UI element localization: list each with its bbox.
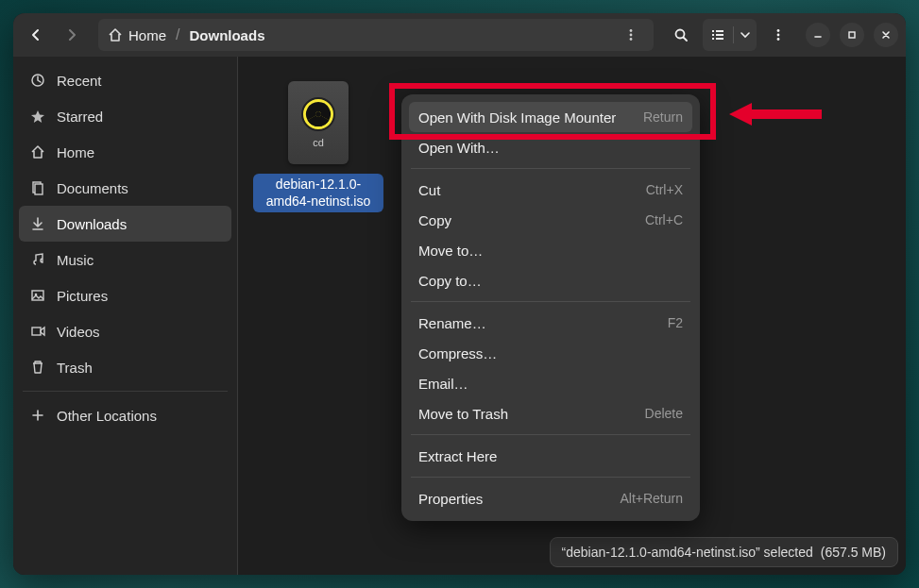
window-controls xyxy=(806,23,898,47)
svg-point-2 xyxy=(630,38,633,41)
sidebar-item-home[interactable]: Home xyxy=(19,134,231,170)
path-current[interactable]: Downloads xyxy=(189,27,264,43)
svg-rect-5 xyxy=(712,30,714,32)
file-thumbnail: cd xyxy=(288,81,349,164)
context-menu-item[interactable]: Copy to… xyxy=(409,265,692,295)
close-button[interactable] xyxy=(874,23,898,47)
disc-image-icon xyxy=(301,97,335,131)
home-icon xyxy=(30,144,45,160)
sidebar-item-label: Home xyxy=(57,144,94,160)
svg-point-0 xyxy=(630,29,633,32)
sidebar-item-label: Recent xyxy=(57,73,102,89)
sidebar-item-other-locations[interactable]: Other Locations xyxy=(19,397,231,433)
recent-icon xyxy=(30,73,45,88)
svg-rect-6 xyxy=(716,30,723,32)
sidebar-item-starred[interactable]: Starred xyxy=(19,98,231,134)
path-menu-button[interactable] xyxy=(618,22,644,48)
context-menu-accel: Alt+Return xyxy=(620,491,683,506)
hamburger-menu-button[interactable] xyxy=(762,19,794,51)
context-menu-item[interactable]: Email… xyxy=(409,368,692,398)
context-menu-item[interactable]: Open With Disk Image MounterReturn xyxy=(409,102,692,132)
starred-icon xyxy=(30,109,45,124)
context-menu-label: Cut xyxy=(418,182,440,198)
trash-icon xyxy=(30,360,45,375)
context-menu-label: Email… xyxy=(418,376,468,392)
arrow-right-icon xyxy=(64,27,79,42)
maximize-icon xyxy=(846,29,858,41)
minimize-button[interactable] xyxy=(806,23,830,47)
sidebar-item-music[interactable]: Music xyxy=(19,242,231,277)
context-menu-item[interactable]: CutCtrl+X xyxy=(409,175,692,205)
list-icon xyxy=(710,27,725,42)
path-current-label: Downloads xyxy=(189,27,264,43)
sidebar-item-label: Downloads xyxy=(57,216,127,232)
svg-rect-15 xyxy=(849,32,855,38)
context-menu: Open With Disk Image MounterReturnOpen W… xyxy=(401,94,700,521)
context-menu-item[interactable]: CopyCtrl+C xyxy=(409,205,692,235)
context-menu-accel: Delete xyxy=(645,406,683,421)
sidebar-item-downloads[interactable]: Downloads xyxy=(19,206,231,242)
svg-point-1 xyxy=(630,34,633,37)
svg-rect-19 xyxy=(32,291,43,300)
sidebar-item-label: Trash xyxy=(57,360,93,376)
status-bar: “debian-12.1.0-amd64-netinst.iso” select… xyxy=(550,537,898,567)
file-item[interactable]: cd debian-12.1.0-amd64-netinst.iso xyxy=(253,81,383,212)
status-size: (657.5 MB) xyxy=(821,545,886,560)
list-view-button[interactable] xyxy=(703,20,733,50)
sidebar-separator xyxy=(23,391,228,392)
context-menu-item[interactable]: Rename…F2 xyxy=(409,308,692,338)
context-menu-label: Rename… xyxy=(418,315,486,331)
videos-icon xyxy=(30,324,45,339)
minimize-icon xyxy=(812,29,824,41)
context-menu-label: Move to… xyxy=(418,243,483,259)
sidebar-item-label: Other Locations xyxy=(57,408,157,424)
context-menu-item[interactable]: PropertiesAlt+Return xyxy=(409,483,692,513)
context-menu-accel: Ctrl+C xyxy=(645,212,683,227)
forward-button[interactable] xyxy=(57,20,87,50)
kebab-icon xyxy=(624,28,638,42)
context-menu-label: Move to Trash xyxy=(418,406,508,422)
context-menu-item[interactable]: Move to… xyxy=(409,235,692,265)
arrow-left-icon xyxy=(28,27,43,42)
path-home[interactable]: Home xyxy=(108,27,166,43)
svg-rect-18 xyxy=(35,184,43,194)
svg-point-12 xyxy=(777,34,780,37)
documents-icon xyxy=(30,180,45,195)
sidebar-item-documents[interactable]: Documents xyxy=(19,170,231,206)
pictures-icon xyxy=(30,288,45,303)
context-menu-item[interactable]: Move to TrashDelete xyxy=(409,398,692,428)
back-button[interactable] xyxy=(21,20,51,50)
context-menu-label: Open With… xyxy=(418,140,500,156)
path-separator: / xyxy=(176,26,179,43)
sidebar-item-label: Music xyxy=(57,252,94,268)
svg-line-4 xyxy=(684,38,688,42)
svg-rect-9 xyxy=(712,38,714,40)
search-button[interactable] xyxy=(665,19,697,51)
context-menu-item[interactable]: Compress… xyxy=(409,338,692,368)
sidebar-item-recent[interactable]: Recent xyxy=(19,62,231,98)
svg-rect-7 xyxy=(712,34,714,36)
path-home-label: Home xyxy=(128,27,166,43)
context-menu-label: Copy to… xyxy=(418,273,482,289)
pathbar[interactable]: Home / Downloads xyxy=(98,19,654,51)
context-menu-separator xyxy=(411,434,690,435)
context-menu-separator xyxy=(411,477,690,478)
sidebar-item-videos[interactable]: Videos xyxy=(19,313,231,349)
context-menu-accel: Return xyxy=(643,109,683,125)
context-menu-item[interactable]: Extract Here xyxy=(409,441,692,471)
sidebar-item-label: Videos xyxy=(57,324,100,340)
context-menu-separator xyxy=(411,301,690,302)
view-switcher xyxy=(703,19,757,51)
context-menu-accel: F2 xyxy=(668,315,683,330)
svg-point-13 xyxy=(777,38,780,41)
context-menu-item[interactable]: Open With… xyxy=(409,132,692,162)
context-menu-label: Copy xyxy=(418,212,451,228)
chevron-down-icon xyxy=(740,30,750,40)
context-menu-accel: Ctrl+X xyxy=(646,182,683,197)
maximize-button[interactable] xyxy=(840,23,864,47)
titlebar: Home / Downloads xyxy=(13,13,906,57)
sidebar-item-trash[interactable]: Trash xyxy=(19,349,231,385)
sidebar-item-pictures[interactable]: Pictures xyxy=(19,277,231,313)
context-menu-label: Open With Disk Image Mounter xyxy=(418,109,616,126)
view-options-button[interactable] xyxy=(734,20,757,50)
